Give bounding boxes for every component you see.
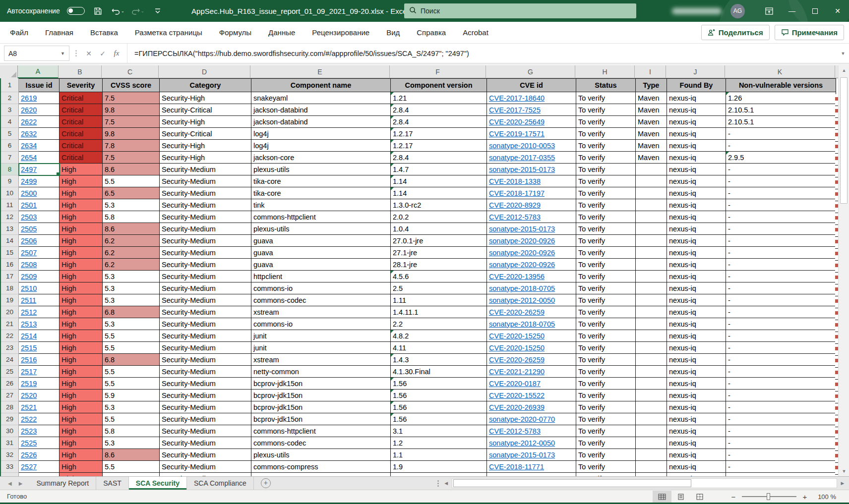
ribbon-tab-данные[interactable]: Данные	[268, 28, 295, 37]
row-header[interactable]: 4	[1, 116, 19, 128]
customize-qat-icon[interactable]	[151, 4, 164, 18]
cve-link[interactable]: sonatype-2012-0050	[489, 296, 555, 304]
row-header[interactable]: 17	[1, 271, 19, 282]
cell-type[interactable]	[636, 223, 667, 235]
cell-issue-id[interactable]: 2499	[19, 175, 60, 187]
cell-component-version[interactable]: 1.4.3	[391, 354, 487, 366]
cell-component-version[interactable]: 1.3.0-rc2	[391, 199, 487, 211]
cell-cvss-score[interactable]: 5.3	[103, 318, 160, 330]
cell-type[interactable]	[636, 330, 667, 342]
cell-severity[interactable]: High	[60, 366, 103, 378]
cell-issue-id[interactable]: 2520	[19, 390, 60, 401]
cell-status[interactable]: To verify	[576, 401, 636, 413]
column-header-F[interactable]: F	[390, 65, 486, 78]
cell-non-vulnerable-versions[interactable]: -	[726, 235, 836, 247]
cell-non-vulnerable-versions[interactable]: -	[726, 271, 836, 282]
cell-type[interactable]	[636, 378, 667, 390]
cell-component-version[interactable]: 2.2	[391, 318, 487, 330]
cell-type[interactable]	[636, 175, 667, 187]
cell-found-by[interactable]: nexus-iq	[667, 175, 726, 187]
cell-non-vulnerable-versions[interactable]: 1.26	[726, 92, 836, 104]
cell-issue-id[interactable]: 2511	[19, 294, 60, 306]
cve-link[interactable]: CVE-2012-5783	[489, 213, 541, 221]
cell-issue-id[interactable]: 2515	[19, 342, 60, 354]
cell-found-by[interactable]: nexus-iq	[667, 401, 726, 413]
row-header[interactable]: 1	[1, 78, 19, 92]
header-cell-K[interactable]: Non-vulnerable versions	[726, 78, 836, 92]
cell-component-name[interactable]: tika-core	[251, 187, 391, 199]
cell-cvss-score[interactable]: 5.3	[103, 437, 160, 449]
cell-component-version[interactable]: 1.14	[391, 187, 487, 199]
cell-component-name[interactable]: junit	[251, 342, 391, 354]
cell-component-version[interactable]: 1.1	[391, 449, 487, 461]
column-header-G[interactable]: G	[486, 65, 575, 78]
row-header[interactable]: 15	[1, 247, 19, 259]
cell-component-name[interactable]: jackson-databind	[251, 116, 391, 128]
cve-link[interactable]: CVE-2020-15250	[489, 332, 545, 340]
cell-category[interactable]: Security-Medium	[160, 223, 251, 235]
column-header-I[interactable]: I	[635, 65, 666, 78]
cell-type[interactable]	[636, 187, 667, 199]
scroll-down-icon[interactable]: ▼	[839, 466, 849, 476]
cell-category[interactable]: Security-Medium	[160, 449, 251, 461]
cell-component-version[interactable]: 2.0.2	[391, 211, 487, 223]
cell-type[interactable]	[636, 306, 667, 318]
issue-link[interactable]: 2497	[21, 166, 37, 173]
cell-non-vulnerable-versions[interactable]: -	[726, 128, 836, 140]
cell-category[interactable]: Security-Medium	[160, 366, 251, 378]
cell-type[interactable]	[636, 366, 667, 378]
issue-link[interactable]: 2654	[21, 154, 37, 162]
cell-component-name[interactable]: xstream	[251, 306, 391, 318]
cell-found-by[interactable]: nexus-iq	[667, 128, 726, 140]
issue-link[interactable]: 2517	[21, 368, 37, 376]
select-all-corner[interactable]	[0, 65, 18, 78]
cell-component-name[interactable]: bcprov-jdk15on	[251, 390, 391, 401]
row-header[interactable]: 9	[1, 175, 19, 187]
row-header[interactable]: 3	[1, 104, 19, 116]
ribbon-tab-вид[interactable]: Вид	[386, 28, 400, 37]
cell-component-version[interactable]: 2.8.4	[391, 104, 487, 116]
row-header[interactable]: 34	[1, 473, 19, 476]
cell-type[interactable]	[636, 390, 667, 401]
cell-cve-id[interactable]: CVE-2019-17571	[487, 128, 576, 140]
cell-component-name[interactable]: httpclient	[251, 271, 391, 282]
cell-cve-id[interactable]: CVE-2020-8929	[487, 199, 576, 211]
cve-link[interactable]: CVE-2017-18640	[489, 94, 545, 102]
header-cell-J[interactable]: Found By	[667, 78, 726, 92]
cell-cvss-score[interactable]: 5.5	[103, 378, 160, 390]
cell-cve-id[interactable]: CVE-2012-5783	[487, 425, 576, 437]
cell-component-name[interactable]: guava	[251, 247, 391, 259]
cell-severity[interactable]: High	[60, 473, 103, 476]
cve-link[interactable]: CVE-2020-15522	[489, 392, 545, 399]
header-cell-I[interactable]: Type	[636, 78, 667, 92]
zoom-in-icon[interactable]: +	[801, 493, 808, 501]
cell-component-version[interactable]: 4.1.30.Final	[391, 366, 487, 378]
cell-component-version[interactable]	[391, 473, 487, 476]
cell-issue-id[interactable]: 2507	[19, 247, 60, 259]
cell-component-name[interactable]: guava	[251, 259, 391, 271]
cell-cvss-score[interactable]: 7.5	[103, 92, 160, 104]
cell-non-vulnerable-versions[interactable]: 2.10.5.1	[726, 116, 836, 128]
cell-status[interactable]: To verify	[576, 390, 636, 401]
cell-non-vulnerable-versions[interactable]: 2.10.5.1	[726, 104, 836, 116]
save-icon[interactable]	[92, 4, 105, 18]
cell-component-version[interactable]: 1.21	[391, 92, 487, 104]
cell-component-name[interactable]: plexus-utils	[251, 449, 391, 461]
cell-severity[interactable]: Critical	[60, 140, 103, 152]
row-header[interactable]: 26	[1, 378, 19, 390]
cell-type[interactable]: Maven	[636, 140, 667, 152]
cell-found-by[interactable]: nexus-iq	[667, 247, 726, 259]
cell-cvss-score[interactable]: 5.5	[103, 413, 160, 425]
cell-type[interactable]	[636, 449, 667, 461]
cell-type[interactable]	[636, 437, 667, 449]
cell-issue-id[interactable]: 2528	[19, 473, 60, 476]
cell-status[interactable]: To verify	[576, 449, 636, 461]
cell-severity[interactable]: High	[60, 401, 103, 413]
row-header[interactable]: 10	[1, 187, 19, 199]
cve-link[interactable]: CVE-2019-17571	[489, 130, 545, 138]
tab-scroll-splitter[interactable]	[434, 477, 442, 490]
cell-found-by[interactable]: nexus-iq	[667, 116, 726, 128]
cell-found-by[interactable]: nexus-iq	[667, 342, 726, 354]
cell-non-vulnerable-versions[interactable]: -	[726, 437, 836, 449]
cell-category[interactable]: Security-Medium	[160, 437, 251, 449]
